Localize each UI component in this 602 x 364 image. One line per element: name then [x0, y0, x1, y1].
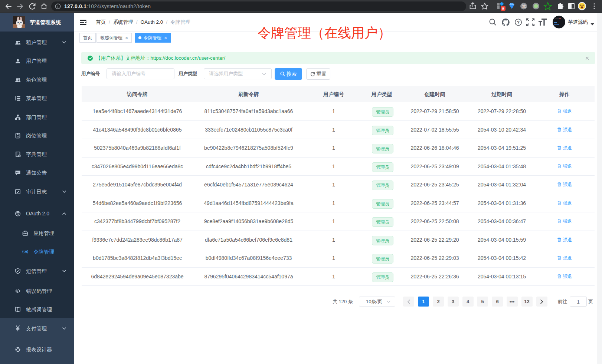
svg-text:9: 9	[502, 7, 504, 10]
svg-text:?: ?	[517, 20, 520, 25]
svg-text:⌘: ⌘	[521, 4, 526, 9]
